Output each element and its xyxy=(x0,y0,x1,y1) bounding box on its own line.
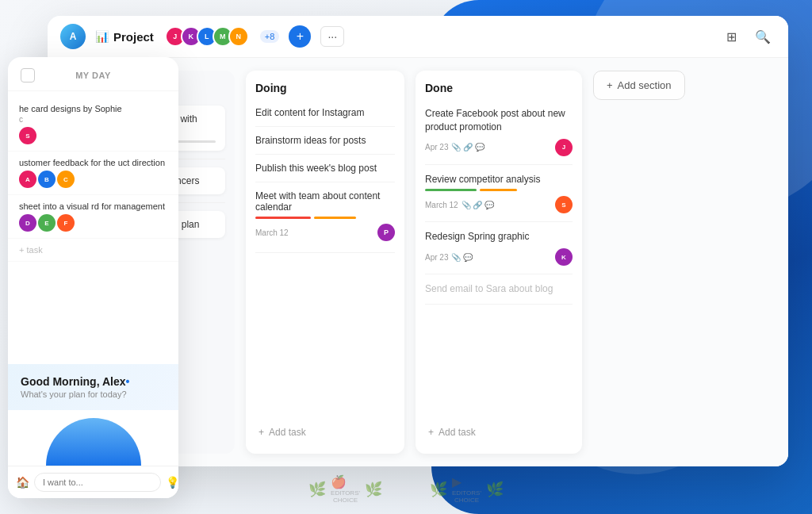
done-task-3-date: Apr 23 xyxy=(425,253,448,262)
my-day-add-task[interactable]: + task xyxy=(8,239,178,262)
done-task-1-date: Apr 23 xyxy=(425,143,448,152)
user-avatar: A xyxy=(60,24,86,49)
doing-task-4-meta: March 12 P xyxy=(255,224,395,241)
my-day-item-3-text: sheet into a visual rd for management xyxy=(19,201,167,211)
done-task-2-progress-green xyxy=(425,189,477,191)
my-day-item-1-sub: c xyxy=(19,115,167,124)
top-bar: A 📊 Project J K L M N +8 + ··· ⊞ 🔍 xyxy=(48,16,788,58)
my-day-panel: MY DAY he card designs by Sophie c S ust… xyxy=(8,57,178,498)
done-task-2-avatar: S xyxy=(555,196,573,213)
done-task-3[interactable]: Redesign Spring graphic Apr 23 📎 💬 K xyxy=(425,222,573,274)
my-day-header: MY DAY xyxy=(8,57,178,91)
doing-task-4[interactable]: Meet with team about content calendar Ma… xyxy=(255,182,395,253)
done-task-1-text: Create Facebook post about new product p… xyxy=(425,107,573,134)
search-icon[interactable]: 🔍 xyxy=(750,24,776,49)
add-section-label: Add section xyxy=(618,79,672,91)
done-task-1-meta: Apr 23 📎 🔗 💬 J xyxy=(425,139,573,156)
my-day-add-task-label: task xyxy=(26,245,42,255)
doing-add-task[interactable]: + Add task xyxy=(255,422,395,443)
done-task-2-date: March 12 xyxy=(425,201,458,209)
doing-task-4-text: Meet with team about content calendar xyxy=(255,190,395,213)
chart-icon: 📊 xyxy=(95,30,109,43)
my-day-items: he card designs by Sophie c S ustomer fe… xyxy=(8,91,178,364)
add-member-button[interactable]: + xyxy=(289,25,311,48)
doing-column-header: Doing xyxy=(255,82,395,94)
laurel-right-2: 🌿 xyxy=(486,481,504,498)
member-avatars: J K L M N xyxy=(170,26,249,47)
half-circle-graphic xyxy=(46,418,141,466)
badge-group-2: 🌿 ▶ EDITORS'CHOICE 🌿 xyxy=(430,474,504,504)
add-section-button[interactable]: + Add section xyxy=(593,71,685,100)
top-bar-right: ⊞ 🔍 xyxy=(718,24,776,49)
done-task-3-icons: 📎 💬 xyxy=(451,253,473,262)
more-options-button[interactable]: ··· xyxy=(320,26,344,47)
member-count-badge: +8 xyxy=(260,30,280,43)
greeting-section: Good Morning, Alex• What's your plan for… xyxy=(8,364,178,410)
done-add-label: Add task xyxy=(439,427,476,438)
my-day-checkbox[interactable] xyxy=(21,68,35,82)
my-day-item-3-avatars: D E F xyxy=(19,214,167,232)
doing-task-2[interactable]: Brainstorm ideas for posts xyxy=(255,127,395,155)
project-name: Project xyxy=(113,30,154,44)
done-task-2-text: Review competitor analysis xyxy=(425,173,573,186)
avatar-initials: A xyxy=(70,31,77,42)
done-task-1-avatar: J xyxy=(555,139,573,156)
doing-task-4-avatar: P xyxy=(377,224,395,241)
my-day-item-2-avatars: A B C xyxy=(19,171,167,188)
done-task-2-icons: 📎 🔗 💬 xyxy=(462,201,495,209)
done-task-3-meta: Apr 23 📎 💬 K xyxy=(425,248,573,266)
doing-task-1[interactable]: Edit content for Instagram xyxy=(255,99,395,127)
my-day-title: MY DAY xyxy=(75,71,111,80)
done-task-2-progress-orange xyxy=(480,189,517,191)
done-plus-icon: + xyxy=(428,427,434,438)
done-task-2[interactable]: Review competitor analysis March 12 📎 🔗 … xyxy=(425,165,573,223)
progress-orange xyxy=(314,217,356,219)
avatar-2a: A xyxy=(19,171,36,188)
done-column: Done Create Facebook post about new prod… xyxy=(416,71,582,454)
my-day-item-3[interactable]: sheet into a visual rd for management D … xyxy=(8,195,178,239)
bottom-bar: 🌿 🍎 EDITORS'CHOICE 🌿 🌿 ▶ EDITORS'CHOICE … xyxy=(0,474,812,504)
doing-task-3[interactable]: Publish this week's blog post xyxy=(255,155,395,182)
laurel-left-1: 🌿 xyxy=(308,481,326,498)
doing-task-1-text: Edit content for Instagram xyxy=(255,107,395,118)
my-day-item-2[interactable]: ustomer feedback for the uct direction A… xyxy=(8,152,178,195)
badge-1-text: EDITORS'CHOICE xyxy=(331,489,360,504)
laurel-left-2: 🌿 xyxy=(430,481,447,498)
progress-red xyxy=(255,217,311,219)
doing-task-3-text: Publish this week's blog post xyxy=(255,163,395,174)
greeting-label: Good Morning, Alex xyxy=(21,375,125,388)
my-day-item-1-text: he card designs by Sophie xyxy=(19,104,167,113)
badge-2-text: EDITORS'CHOICE xyxy=(452,489,481,504)
done-task-4-text: Send email to Sara about blog xyxy=(425,282,573,296)
greeting-text: Good Morning, Alex• xyxy=(21,375,166,388)
project-title-area: 📊 Project xyxy=(95,30,154,44)
greeting-subtext: What's your plan for today? xyxy=(21,389,166,399)
doing-task-4-date: March 12 xyxy=(255,228,289,237)
avatar-3a: D xyxy=(19,214,36,232)
doing-column: Doing Edit content for Instagram Brainst… xyxy=(246,71,404,454)
done-task-4[interactable]: Send email to Sara about blog xyxy=(425,274,573,305)
doing-plus-icon: + xyxy=(259,427,264,438)
done-column-header: Done xyxy=(425,82,573,94)
doing-add-label: Add task xyxy=(269,427,306,438)
done-add-task[interactable]: + Add task xyxy=(425,422,573,443)
done-task-1[interactable]: Create Facebook post about new product p… xyxy=(425,99,573,165)
badge-apple-icon: 🍎 EDITORS'CHOICE xyxy=(331,474,360,504)
avatar-3b: E xyxy=(38,214,56,232)
add-section-plus-icon: + xyxy=(607,79,613,91)
my-day-item-1[interactable]: he card designs by Sophie c S xyxy=(8,98,178,152)
doing-task-2-text: Brainstorm ideas for posts xyxy=(255,135,395,146)
member-avatar-5: N xyxy=(228,26,249,47)
avatar-sophie: S xyxy=(19,127,36,144)
avatar-2c: C xyxy=(57,171,75,188)
window-icon[interactable]: ⊞ xyxy=(718,24,744,49)
avatar-3c: F xyxy=(57,214,75,232)
avatar-2b: B xyxy=(38,171,56,188)
laurel-right-1: 🌿 xyxy=(365,481,382,498)
done-task-1-icons: 📎 🔗 💬 xyxy=(451,143,485,152)
done-task-2-meta: March 12 📎 🔗 💬 S xyxy=(425,196,573,213)
badge-play-icon: ▶ EDITORS'CHOICE xyxy=(452,474,481,504)
greeting-dot: • xyxy=(125,375,129,388)
my-day-item-2-text: ustomer feedback for the uct direction xyxy=(19,158,167,167)
my-day-item-1-avatar-row: S xyxy=(19,127,167,144)
